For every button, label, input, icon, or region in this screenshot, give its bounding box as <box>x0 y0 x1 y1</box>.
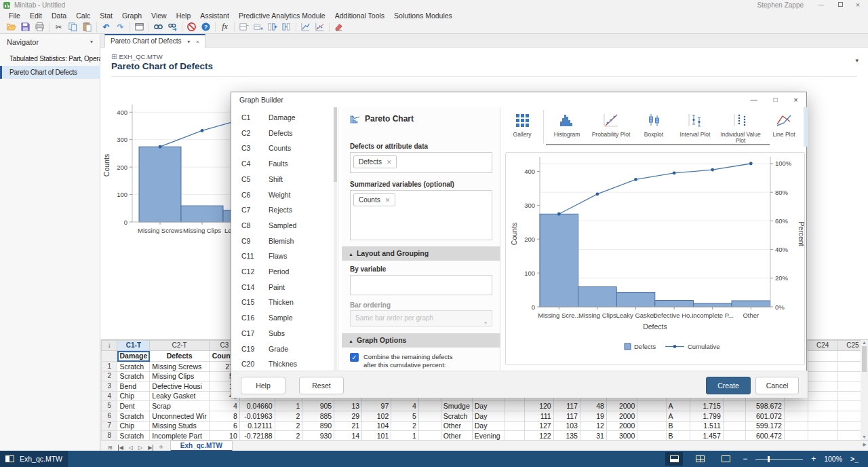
cell[interactable]: 598.672 <box>745 401 784 411</box>
cell[interactable]: 4 <box>209 401 239 411</box>
cell[interactable]: 12 <box>580 421 606 431</box>
gallery-item-histogram[interactable]: Histogram <box>546 107 588 147</box>
redo-icon[interactable]: ↷ <box>113 21 127 33</box>
eraser-icon[interactable] <box>332 21 346 33</box>
last-worksheet-icon[interactable]: ▶ <box>148 445 153 451</box>
cell[interactable]: Leaky Gasket <box>150 391 210 401</box>
cell[interactable]: 1.715 <box>690 401 723 411</box>
previous-worksheet-icon[interactable]: ◁ <box>129 445 133 451</box>
cell[interactable]: 19 <box>580 411 606 421</box>
cell[interactable]: Dent <box>117 401 150 411</box>
cell[interactable] <box>784 421 808 431</box>
cell[interactable]: 1 <box>391 431 419 440</box>
cell[interactable] <box>505 411 524 421</box>
new-window-icon[interactable] <box>132 21 146 33</box>
close-button[interactable]: × <box>853 1 863 10</box>
cell[interactable]: Scratch <box>117 371 150 381</box>
tab-dropdown-icon[interactable]: ▾ <box>187 39 190 45</box>
output-collapse-icon[interactable]: ▾ <box>855 57 859 64</box>
insert-column-icon[interactable] <box>265 21 279 33</box>
move-column-icon[interactable] <box>279 21 294 33</box>
column-item-c5[interactable]: C5Shift <box>231 172 333 187</box>
cell[interactable] <box>418 431 441 440</box>
cell[interactable] <box>808 362 837 372</box>
cell[interactable]: 48 <box>580 401 606 411</box>
cell[interactable]: 101 <box>362 431 391 440</box>
cell[interactable]: A <box>666 401 690 411</box>
column-item-c17[interactable]: C17Subs <box>231 326 333 341</box>
cancel-button[interactable]: Cancel <box>755 377 799 394</box>
cell[interactable]: 10 <box>209 431 239 440</box>
scroll-right-icon[interactable]: ▶ <box>863 442 867 447</box>
cell[interactable] <box>637 411 666 421</box>
insert-cell-icon[interactable]: - <box>237 21 251 33</box>
find-icon[interactable] <box>151 21 165 33</box>
cut-icon[interactable]: ✂ <box>52 21 66 33</box>
column-item-c4[interactable]: C4Faults <box>231 156 333 172</box>
find-next-icon[interactable] <box>165 21 180 33</box>
cell[interactable]: 8 <box>209 411 239 421</box>
menu-solutions-modules[interactable]: Solutions Modules <box>389 12 457 20</box>
cell[interactable]: 930 <box>302 431 334 440</box>
cell[interactable]: Day <box>472 411 505 421</box>
split-view-icon[interactable] <box>665 452 683 466</box>
column-item-c7[interactable]: C7Rejects <box>231 202 333 218</box>
gallery-item-pareto[interactable]: Pareto <box>804 107 808 147</box>
column-header-C2-T[interactable]: C2-T <box>150 341 210 351</box>
gallery-item-boxplot[interactable]: Boxplot <box>634 107 673 147</box>
cell[interactable]: Scratch <box>117 362 150 372</box>
cell[interactable]: 5 <box>391 411 419 421</box>
cell[interactable] <box>808 371 837 381</box>
cell[interactable] <box>808 421 837 431</box>
gallery-item-interval-plot[interactable]: Interval Plot <box>673 107 717 147</box>
command-line-icon[interactable]: >_ <box>850 455 859 463</box>
column-item-c9[interactable]: C9Blemish <box>231 234 333 249</box>
cell[interactable]: 1.457 <box>690 431 723 440</box>
cell[interactable]: B <box>666 421 690 431</box>
cell[interactable]: 2000 <box>606 401 637 411</box>
cell[interactable]: 2000 <box>606 411 637 421</box>
cell[interactable]: Scrap <box>150 401 210 411</box>
navigator-item-2[interactable]: Pareto Chart of Defects <box>0 66 100 79</box>
cell[interactable]: Day <box>472 401 505 411</box>
cell[interactable] <box>784 411 808 421</box>
summarized-field[interactable]: Counts✕ <box>350 190 492 240</box>
column-item-c11[interactable]: C11Flaws <box>231 248 333 264</box>
menu-file[interactable]: File <box>4 12 25 20</box>
cell[interactable]: Scratch <box>441 411 472 421</box>
cell[interactable]: 104 <box>362 421 391 431</box>
next-worksheet-icon[interactable]: ▷ <box>138 445 142 451</box>
column-item-c16[interactable]: C16Sample <box>231 310 333 326</box>
tab-pareto-chart-of-defects[interactable]: Pareto Chart of Defects ▾ × <box>104 34 205 48</box>
column-list-scrollbar[interactable] <box>334 107 337 371</box>
cell[interactable] <box>784 401 808 411</box>
menu-additional-tools[interactable]: Additional Tools <box>330 12 389 20</box>
menu-calc[interactable]: Calc <box>71 12 95 20</box>
formula-icon[interactable]: fx <box>218 21 232 33</box>
zoom-slider-thumb[interactable] <box>768 456 770 462</box>
active-worksheet-indicator[interactable]: Exh_qc.MTW <box>0 451 68 467</box>
cell[interactable]: 13 <box>334 401 362 411</box>
menu-graph[interactable]: Graph <box>117 12 146 20</box>
worksheet-vertical-scrollbar[interactable]: ▲ ▼ <box>861 340 868 440</box>
menu-predictive-analytics-module[interactable]: Predictive Analytics Module <box>234 12 330 20</box>
cell[interactable] <box>418 411 441 421</box>
column-header-C24[interactable]: C24 <box>808 341 837 351</box>
cell[interactable] <box>637 421 666 431</box>
cell[interactable] <box>723 411 745 421</box>
cell[interactable]: Other <box>441 421 472 431</box>
cell[interactable]: Missing Clips <box>150 371 210 381</box>
cell[interactable] <box>784 431 808 440</box>
menu-assistant[interactable]: Assistant <box>195 12 234 20</box>
cell[interactable]: Incomplete Part <box>150 431 210 440</box>
cell[interactable]: A <box>666 411 690 421</box>
cell[interactable]: 601.072 <box>745 411 784 421</box>
select-all-corner[interactable]: ↓ <box>102 341 117 351</box>
cell[interactable]: Chip <box>117 421 150 431</box>
cell[interactable] <box>505 431 524 440</box>
undo-icon[interactable]: ↶ <box>99 21 113 33</box>
cell[interactable]: 4 <box>391 401 419 411</box>
tab-close-icon[interactable]: × <box>196 39 199 45</box>
cell[interactable]: 135 <box>553 431 580 440</box>
menu-edit[interactable]: Edit <box>25 12 47 20</box>
